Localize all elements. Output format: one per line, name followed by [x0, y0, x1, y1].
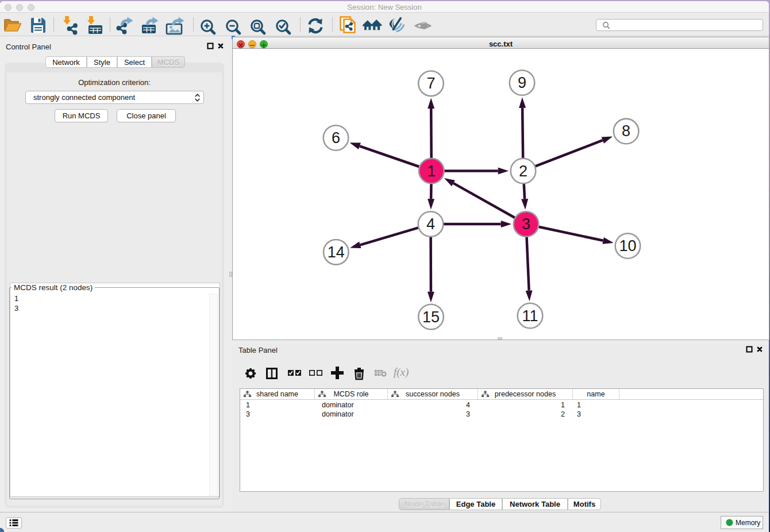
svg-text:6: 6: [332, 129, 340, 147]
svg-text:1: 1: [427, 163, 436, 180]
svg-text:11: 11: [522, 307, 538, 325]
svg-text:3: 3: [522, 215, 530, 233]
svg-text:9: 9: [518, 74, 526, 91]
svg-text:15: 15: [422, 309, 440, 326]
svg-text:2: 2: [519, 163, 528, 180]
svg-text:8: 8: [622, 122, 630, 140]
svg-text:7: 7: [426, 75, 435, 92]
svg-text:10: 10: [619, 237, 636, 255]
svg-text:f(x): f(x): [394, 367, 409, 379]
svg-text:14: 14: [328, 244, 345, 261]
svg-text:4: 4: [426, 215, 435, 233]
